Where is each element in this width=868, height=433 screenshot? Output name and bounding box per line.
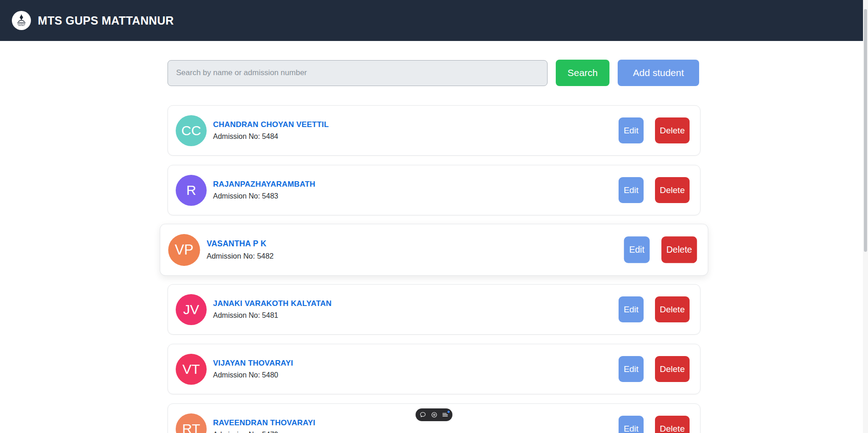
student-avatar: VT (176, 354, 207, 385)
floating-toolbar (416, 408, 452, 421)
student-info: VIJAYAN THOVARAYI Admission No: 5480 (213, 359, 293, 379)
student-name[interactable]: JANAKI VARAKOTH KALYATAN (213, 299, 331, 308)
eye-icon[interactable] (431, 412, 437, 418)
main-content: Search Add student CC CHANDRAN CHOYAN VE… (168, 60, 700, 433)
student-info: RAJANPAZHAYARAMBATH Admission No: 5483 (213, 180, 315, 200)
delete-button[interactable]: Delete (655, 177, 690, 203)
student-avatar: RT (176, 413, 207, 433)
admission-number: Admission No: 5484 (213, 132, 329, 141)
edit-button[interactable]: Edit (624, 236, 650, 263)
menu-icon[interactable] (442, 412, 448, 418)
student-name[interactable]: RAJANPAZHAYARAMBATH (213, 180, 315, 189)
scrollbar-thumb[interactable] (864, 9, 867, 252)
student-name[interactable]: CHANDRAN CHOYAN VEETTIL (213, 120, 329, 129)
search-button[interactable]: Search (556, 60, 609, 86)
edit-button[interactable]: Edit (619, 117, 644, 143)
student-avatar: VP (168, 234, 200, 266)
student-list: CC CHANDRAN CHOYAN VEETTIL Admission No:… (168, 105, 700, 433)
student-info: JANAKI VARAKOTH KALYATAN Admission No: 5… (213, 299, 331, 320)
student-card: R RAJANPAZHAYARAMBATH Admission No: 5483… (168, 165, 700, 215)
edit-button[interactable]: Edit (619, 416, 644, 433)
student-card: CC CHANDRAN CHOYAN VEETTIL Admission No:… (168, 105, 700, 156)
delete-button[interactable]: Delete (655, 416, 690, 433)
comment-icon[interactable] (420, 412, 426, 418)
student-card: VP VASANTHA P K Admission No: 5482 Edit … (160, 224, 708, 275)
student-avatar: CC (176, 115, 207, 146)
delete-button[interactable]: Delete (655, 296, 690, 322)
add-student-button[interactable]: Add student (618, 60, 699, 86)
admission-number: Admission No: 5481 (213, 311, 331, 320)
scrollbar-track[interactable] (863, 0, 868, 433)
student-card: JV JANAKI VARAKOTH KALYATAN Admission No… (168, 284, 700, 335)
school-logo (12, 11, 31, 30)
card-actions: Edit Delete (619, 296, 690, 322)
school-emblem-icon (15, 14, 28, 27)
student-card: VT VIJAYAN THOVARAYI Admission No: 5480 … (168, 344, 700, 394)
delete-button[interactable]: Delete (661, 236, 697, 263)
admission-number: Admission No: 5482 (207, 252, 274, 260)
admission-number: Admission No: 5483 (213, 192, 315, 200)
student-name[interactable]: VASANTHA P K (207, 239, 274, 249)
student-avatar: JV (176, 294, 207, 325)
student-name[interactable]: RAVEENDRAN THOVARAYI (213, 418, 315, 428)
search-row: Search Add student (168, 60, 700, 86)
search-input[interactable] (168, 60, 548, 86)
notification-dot (447, 411, 450, 413)
student-info: VASANTHA P K Admission No: 5482 (207, 239, 274, 260)
student-info: RAVEENDRAN THOVARAYI Admission No: 5479 (213, 418, 315, 433)
delete-button[interactable]: Delete (655, 117, 690, 143)
navbar: MTS GUPS MATTANNUR (0, 0, 868, 41)
app-title: MTS GUPS MATTANNUR (38, 14, 174, 27)
student-avatar: R (176, 175, 207, 206)
edit-button[interactable]: Edit (619, 356, 644, 382)
student-name[interactable]: VIJAYAN THOVARAYI (213, 359, 293, 368)
card-actions: Edit Delete (624, 236, 697, 263)
edit-button[interactable]: Edit (619, 296, 644, 322)
student-info: CHANDRAN CHOYAN VEETTIL Admission No: 54… (213, 120, 329, 141)
admission-number: Admission No: 5480 (213, 371, 293, 379)
card-actions: Edit Delete (619, 416, 690, 433)
edit-button[interactable]: Edit (619, 177, 644, 203)
card-actions: Edit Delete (619, 117, 690, 143)
card-actions: Edit Delete (619, 177, 690, 203)
admission-number: Admission No: 5479 (213, 431, 315, 433)
card-actions: Edit Delete (619, 356, 690, 382)
delete-button[interactable]: Delete (655, 356, 690, 382)
